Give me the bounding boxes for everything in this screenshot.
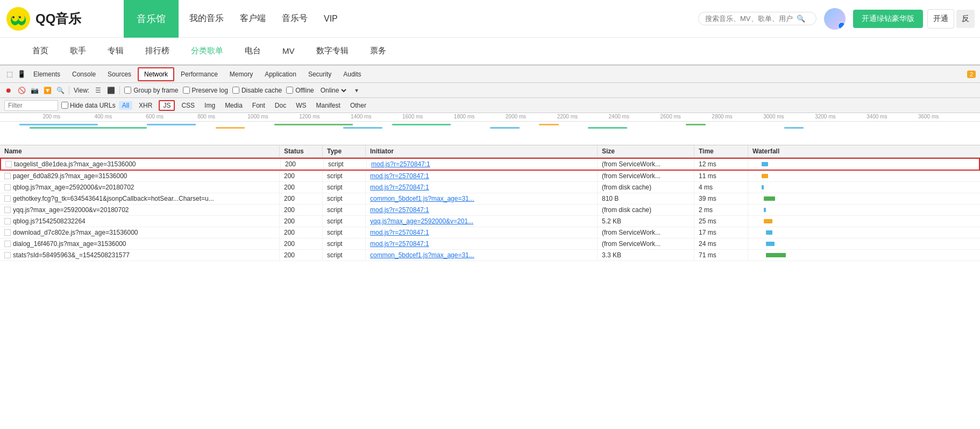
col-header-type[interactable]: Type [323, 145, 366, 157]
file-icon [4, 195, 11, 202]
vip-button[interactable]: 开通绿钻豪华版 [853, 10, 923, 28]
table-row[interactable]: pager_6d0a829.js?max_age=31536000200scri… [0, 171, 980, 182]
view-list-icon[interactable]: ☰ [94, 86, 102, 95]
table-row[interactable]: yqq.js?max_age=2592000&v=20180702200scri… [0, 205, 980, 216]
tab-memory[interactable]: Memory [224, 68, 258, 80]
filter-input[interactable] [4, 100, 58, 111]
net-table: Name Status Type Initiator Size Time Wat… [0, 145, 980, 429]
filter-manifest-btn[interactable]: Manifest [313, 101, 344, 110]
secondary-nav: 首页 歌手 专辑 排行榜 分类歌单 电台 MV 数字专辑 票务 [0, 38, 980, 65]
col-header-initiator[interactable]: Initiator [366, 145, 598, 157]
preserve-log-checkbox[interactable]: Preserve log [183, 87, 228, 94]
filter-doc-btn[interactable]: Doc [272, 101, 289, 110]
feedback-button[interactable]: 反 [956, 10, 975, 28]
nav-link-musicno[interactable]: 音乐号 [282, 13, 308, 24]
table-row[interactable]: taogelist_d8e1dea.js?max_age=31536000200… [0, 158, 980, 171]
table-row[interactable]: download_d7c802e.js?max_age=31536000200s… [0, 227, 980, 238]
offline-checkbox[interactable]: Offline [286, 87, 314, 94]
table-row[interactable]: gethotkey.fcg?g_tk=634543641&jsonpCallba… [0, 193, 980, 205]
table-row[interactable]: qblog.js?max_age=2592000&v=20180702200sc… [0, 182, 980, 193]
nav-link-vip[interactable]: VIP [324, 14, 338, 24]
col-header-name[interactable]: Name [0, 145, 280, 157]
filter-media-btn[interactable]: Media [222, 101, 246, 110]
row-type: script [323, 193, 366, 204]
filter-xhr-btn[interactable]: XHR [136, 101, 155, 110]
sec-nav-chart[interactable]: 排行榜 [145, 44, 169, 58]
tab-security[interactable]: Security [303, 68, 337, 80]
tab-elements[interactable]: Elements [28, 68, 66, 80]
sec-nav-singer[interactable]: 歌手 [70, 44, 86, 58]
row-name: gethotkey.fcg?g_tk=634543641&jsonpCallba… [13, 195, 214, 202]
filter-ws-btn[interactable]: WS [293, 101, 309, 110]
col-header-time[interactable]: Time [694, 145, 748, 157]
search-input[interactable] [705, 15, 797, 23]
sec-nav-playlist[interactable]: 分类歌单 [191, 44, 223, 58]
devtools-icon-device[interactable]: 📱 [16, 69, 27, 80]
row-time: 71 ms [694, 250, 748, 261]
open-button[interactable]: 开通 [927, 9, 954, 29]
table-row[interactable]: qblog.js?1542508232264200scriptyqq.js?ma… [0, 216, 980, 227]
sec-nav-digital[interactable]: 数字专辑 [316, 44, 349, 58]
table-row[interactable]: dialog_16f4670.js?max_age=31536000200scr… [0, 238, 980, 250]
row-size: (from disk cache) [598, 205, 694, 215]
sec-nav-ticket[interactable]: 票务 [370, 44, 386, 58]
filter-css-btn[interactable]: CSS [178, 101, 198, 110]
filter-js-btn[interactable]: JS [159, 100, 175, 111]
tab-performance[interactable]: Performance [175, 68, 223, 80]
nav-active-btn[interactable]: 音乐馆 [124, 0, 179, 38]
filter-img-btn[interactable]: Img [201, 101, 218, 110]
sec-nav-mv[interactable]: MV [282, 44, 295, 58]
row-initiator[interactable]: mod.js?r=2570847:1 [370, 172, 429, 180]
row-initiator[interactable]: mod.js?r=2570847:1 [370, 229, 429, 236]
tab-application[interactable]: Application [259, 68, 302, 80]
row-size: (from ServiceWork... [598, 227, 694, 238]
net-table-header: Name Status Type Initiator Size Time Wat… [0, 145, 980, 158]
row-initiator[interactable]: mod.js?r=2570847:1 [371, 160, 430, 168]
filter-other-btn[interactable]: Other [347, 101, 370, 110]
row-initiator[interactable]: common_5bdcef1.js?max_age=31... [370, 195, 474, 202]
row-initiator[interactable]: mod.js?r=2570847:1 [370, 240, 429, 248]
hide-data-urls-checkbox[interactable]: Hide data URLs [61, 102, 116, 109]
disable-cache-checkbox[interactable]: Disable cache [232, 87, 282, 94]
online-select[interactable]: Online [318, 86, 348, 95]
tab-console[interactable]: Console [67, 68, 101, 80]
user-avatar[interactable] [824, 8, 846, 30]
row-time: 39 ms [694, 193, 748, 204]
table-row[interactable]: stats?sId=58495963&_=1542508231577200scr… [0, 250, 980, 261]
stop-icon[interactable]: 🚫 [17, 86, 26, 95]
view-waterfall-icon[interactable]: ⬛ [106, 86, 115, 95]
col-header-size[interactable]: Size [598, 145, 694, 157]
tab-sources[interactable]: Sources [102, 68, 137, 80]
filter-icon[interactable]: 🔽 [43, 86, 52, 95]
sec-nav-radio[interactable]: 电台 [245, 44, 261, 58]
row-type: script [323, 216, 366, 227]
camera-icon[interactable]: 📷 [30, 86, 39, 95]
search-network-icon[interactable]: 🔍 [56, 86, 65, 95]
row-initiator[interactable]: common_5bdcef1.js?max_age=31... [370, 251, 474, 259]
timeline-ruler: 200 ms400 ms600 ms800 ms1000 ms1200 ms14… [0, 113, 980, 122]
group-by-frame-checkbox[interactable]: Group by frame [124, 87, 178, 94]
row-size: (from ServiceWork... [598, 238, 694, 249]
row-initiator[interactable]: mod.js?r=2570847:1 [370, 184, 429, 191]
sec-nav-album[interactable]: 专辑 [108, 44, 124, 58]
nav-link-music[interactable]: 我的音乐 [189, 13, 224, 24]
row-name: dialog_16f4670.js?max_age=31536000 [13, 240, 126, 248]
row-initiator[interactable]: yqq.js?max_age=2592000&v=201... [370, 217, 473, 225]
tab-network[interactable]: Network [138, 67, 174, 81]
filter-font-btn[interactable]: Font [249, 101, 268, 110]
tab-audits[interactable]: Audits [338, 68, 366, 80]
online-dropdown-icon[interactable]: ▾ [352, 86, 361, 95]
view-label: View: [74, 87, 89, 94]
sec-nav-home[interactable]: 首页 [32, 44, 48, 58]
row-initiator[interactable]: mod.js?r=2570847:1 [370, 206, 429, 214]
row-time: 11 ms [694, 171, 748, 181]
col-header-status[interactable]: Status [280, 145, 323, 157]
filter-all-btn[interactable]: All [119, 101, 132, 110]
file-icon [4, 241, 11, 247]
devtools-icon-cursor[interactable]: ⬚ [4, 69, 15, 80]
row-type: script [324, 159, 367, 170]
nav-link-client[interactable]: 客户端 [240, 13, 266, 24]
record-icon[interactable]: ⏺ [4, 86, 13, 95]
col-header-waterfall[interactable]: Waterfall [748, 145, 980, 157]
devtools-panel: ⬚ 📱 Elements Console Sources Network Per… [0, 65, 980, 429]
